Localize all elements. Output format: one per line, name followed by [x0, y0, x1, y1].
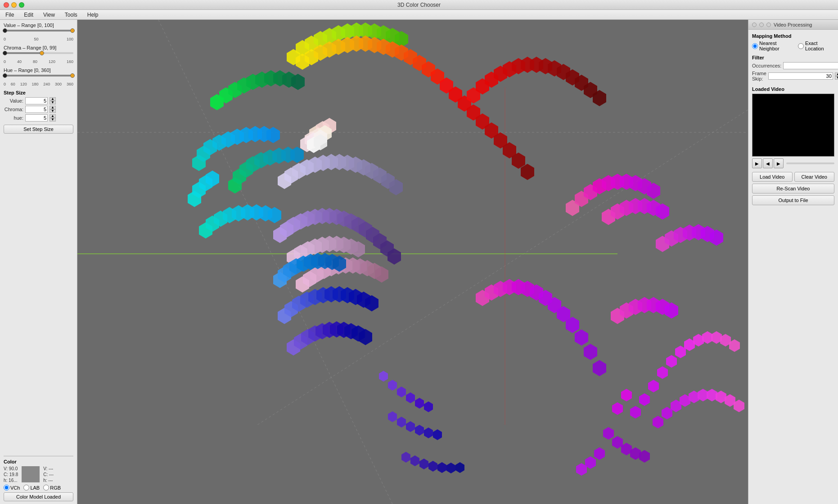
output-to-file-button[interactable]: Output to File: [752, 195, 834, 205]
menu-help[interactable]: Help: [86, 11, 100, 19]
value-step-down[interactable]: ▼: [50, 101, 56, 104]
value-step-label: Value:: [4, 98, 23, 104]
video-preview: [752, 94, 834, 157]
frame-skip-down[interactable]: ▼: [835, 76, 838, 80]
mode-vch[interactable]: VCh: [4, 485, 20, 490]
menu-bar: File Edit View Tools Help: [0, 10, 838, 20]
color-h-left: h: 16...: [4, 478, 18, 483]
chroma-step-label: Chroma:: [4, 107, 23, 112]
color-c-left: C: 19.8: [4, 472, 18, 477]
frame-skip-label: Frame Skip:: [752, 71, 766, 81]
color-c-right: C: ---: [43, 472, 54, 477]
occurrences-row: Occurrences: ▲ ▼: [752, 62, 834, 69]
hue-range-section: Hue – Range [0, 360] 0 60 120 180 240 30…: [4, 68, 73, 86]
frame-skip-input[interactable]: [768, 72, 833, 80]
rescan-video-button[interactable]: Re-Scan Video: [752, 184, 834, 194]
mapping-method-options: Nearest Neighbor Exact Location: [752, 40, 834, 51]
nearest-neighbor-option[interactable]: Nearest Neighbor: [752, 40, 794, 51]
menu-view[interactable]: View: [41, 11, 57, 19]
color-right-values: V: --- C: --- h: ---: [43, 466, 54, 483]
color-v-left: V: 90.0: [4, 466, 18, 471]
chroma-stepper[interactable]: ▲ ▼: [50, 106, 56, 113]
value-range-section: Value – Range [0, 100] 0 50 100: [4, 22, 73, 41]
menu-edit[interactable]: Edit: [22, 11, 35, 19]
title-bar: 3D Color Chooser: [0, 0, 838, 10]
color-v-right: V: ---: [43, 466, 54, 471]
clear-video-button[interactable]: Clear Video: [794, 172, 835, 182]
left-panel: Value – Range [0, 100] 0 50 100 Chroma –…: [0, 20, 77, 504]
minimize-button[interactable]: [11, 2, 17, 8]
prev-button[interactable]: ◀: [763, 158, 773, 168]
color-viz-svg: [77, 20, 748, 504]
menu-file[interactable]: File: [4, 11, 16, 19]
set-step-size-button[interactable]: Set Step Size: [4, 125, 73, 134]
color-h-right: h: ---: [43, 478, 54, 483]
vp-min[interactable]: [759, 22, 764, 27]
vp-buttons: Load Video Clear Video Re-Scan Video Out…: [752, 172, 834, 205]
chroma-step-input[interactable]: [25, 106, 48, 113]
step-size-section: Step Size Value: ▲ ▼ Chroma: ▲ ▼ hue:: [4, 90, 73, 134]
vp-close[interactable]: [752, 22, 757, 27]
window-controls: [4, 2, 24, 8]
occurrences-input[interactable]: [783, 62, 838, 69]
hue-step-input[interactable]: [25, 114, 48, 122]
hue-slider-track[interactable]: [4, 75, 73, 76]
value-range-label: Value – Range [0, 100]: [4, 22, 73, 28]
color-section: Color V: 90.0 C: 19.8 h: 16... V: --- C:…: [4, 456, 73, 501]
canvas-area[interactable]: [77, 20, 748, 504]
filter-title: Filter: [752, 55, 834, 60]
svg-rect-0: [77, 20, 748, 504]
color-swatch-display: [22, 466, 40, 482]
close-button[interactable]: [4, 2, 9, 8]
load-video-button[interactable]: Load Video: [752, 172, 793, 182]
chroma-range-label: Chroma – Range [0, 99]: [4, 45, 73, 50]
chroma-range-section: Chroma – Range [0, 99] 0 40 80 120 160: [4, 45, 73, 64]
color-model-button[interactable]: Color Model Loaded: [4, 492, 73, 501]
video-processing-titlebar: Video Processing: [748, 20, 838, 30]
video-processing-panel: Video Processing Mapping Method Nearest …: [748, 20, 838, 504]
window-title: 3D Color Chooser: [397, 2, 441, 8]
play-button[interactable]: ▶: [752, 158, 762, 168]
hue-step-label: hue:: [4, 115, 23, 121]
step-size-title: Step Size: [4, 90, 73, 95]
vp-title: Video Processing: [774, 22, 812, 27]
loaded-video-title: Loaded Video: [752, 86, 834, 92]
mapping-method-section: Mapping Method Nearest Neighbor Exact Lo…: [752, 33, 834, 51]
color-title: Color: [4, 459, 73, 464]
frame-skip-row: Frame Skip: ▲ ▼: [752, 71, 834, 81]
hue-step-down[interactable]: ▼: [50, 118, 56, 122]
chroma-slider-track[interactable]: [4, 52, 73, 54]
video-controls: ▶ ◀ ▶: [752, 158, 834, 168]
video-scrubber[interactable]: [786, 162, 834, 164]
hue-range-label: Hue – Range [0, 360]: [4, 68, 73, 73]
value-stepper[interactable]: ▲ ▼: [50, 97, 56, 104]
mode-lab[interactable]: LAB: [23, 485, 40, 490]
menu-tools[interactable]: Tools: [63, 11, 79, 19]
hue-step-row: hue: ▲ ▼: [4, 114, 73, 122]
value-step-row: Value: ▲ ▼: [4, 97, 73, 104]
occurrences-label: Occurrences:: [752, 63, 781, 68]
mapping-method-title: Mapping Method: [752, 33, 834, 39]
frame-skip-stepper[interactable]: ▲ ▼: [835, 72, 838, 80]
value-step-input[interactable]: [25, 97, 48, 104]
color-swatch: [22, 466, 40, 483]
chroma-step-down[interactable]: ▼: [50, 109, 56, 113]
color-left-values: V: 90.0 C: 19.8 h: 16...: [4, 466, 18, 483]
color-mode-row: VCh LAB RGB: [4, 485, 73, 490]
value-slider-track[interactable]: [4, 30, 73, 32]
loaded-video-section: Loaded Video ▶ ◀ ▶: [752, 86, 834, 168]
vp-max[interactable]: [766, 22, 771, 27]
vp-content: Mapping Method Nearest Neighbor Exact Lo…: [748, 30, 838, 504]
chroma-step-row: Chroma: ▲ ▼: [4, 106, 73, 113]
right-panel: Video Processing Mapping Method Nearest …: [748, 20, 838, 504]
main-layout: Value – Range [0, 100] 0 50 100 Chroma –…: [0, 20, 838, 504]
hue-stepper[interactable]: ▲ ▼: [50, 114, 56, 122]
maximize-button[interactable]: [19, 2, 24, 8]
next-button[interactable]: ▶: [774, 158, 784, 168]
exact-location-option[interactable]: Exact Location: [798, 40, 834, 51]
mode-rgb[interactable]: RGB: [43, 485, 61, 490]
filter-section: Filter Occurrences: ▲ ▼ Frame Skip:: [752, 55, 834, 83]
